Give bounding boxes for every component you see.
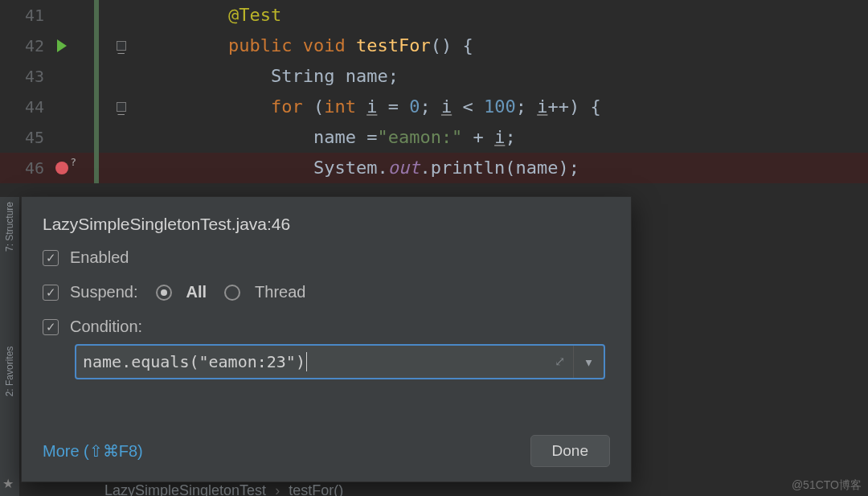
- more-link[interactable]: More (⇧⌘F8): [43, 441, 143, 461]
- breadcrumb-class[interactable]: LazySimpleSingletonTest: [104, 482, 266, 496]
- line-number: 43: [0, 61, 52, 92]
- code-line[interactable]: 45 name ="eamon:" + i;: [0, 122, 868, 153]
- suspend-all-radio[interactable]: [156, 285, 172, 301]
- tool-window-favorites[interactable]: 2: Favorites: [4, 346, 15, 397]
- enabled-label: Enabled: [70, 248, 129, 267]
- gutter-annotations: [52, 92, 94, 122]
- gutter-annotations[interactable]: ?: [52, 153, 94, 183]
- line-number: 46: [0, 153, 52, 183]
- done-button[interactable]: Done: [530, 435, 610, 467]
- fold-toggle-icon[interactable]: [117, 41, 126, 51]
- popup-title: LazySimpleSingletonTest.java:46: [43, 215, 610, 234]
- text-caret: [306, 352, 307, 371]
- watermark: @51CTO博客: [792, 478, 862, 493]
- favorites-star-icon[interactable]: ★: [2, 476, 14, 491]
- code-editor[interactable]: 41 @Test 42 public void testFor() { 43 S…: [0, 0, 868, 183]
- expand-icon[interactable]: ⤢: [555, 354, 565, 369]
- conditional-indicator-icon: ?: [70, 147, 76, 178]
- fold-gutter[interactable]: [99, 92, 143, 122]
- code-line[interactable]: 44 for (int i = 0; i < 100; i++) {: [0, 92, 868, 122]
- chevron-right-icon: ›: [275, 482, 280, 496]
- line-number: 42: [0, 31, 52, 61]
- fold-gutter[interactable]: [99, 31, 143, 61]
- condition-label: Condition:: [70, 318, 142, 336]
- run-icon[interactable]: [57, 39, 67, 52]
- suspend-thread-label: Thread: [255, 283, 305, 301]
- fold-toggle-icon[interactable]: [117, 102, 126, 112]
- line-number: 45: [0, 122, 52, 153]
- enabled-checkbox[interactable]: [43, 250, 59, 266]
- breadcrumb[interactable]: LazySimpleSingletonTest › testFor(): [104, 482, 343, 496]
- condition-input[interactable]: name.equals("eamon:23") ⤢ ▾: [75, 344, 605, 379]
- code-line[interactable]: 41 @Test: [0, 0, 868, 31]
- breakpoint-popup: LazySimpleSingletonTest.java:46 Enabled …: [21, 196, 632, 482]
- gutter-annotations[interactable]: [52, 31, 94, 61]
- fold-gutter: [99, 153, 143, 183]
- annotation: @Test: [228, 5, 281, 25]
- tool-window-strip: 7: Structure 2: Favorites: [0, 197, 20, 496]
- breakpoint-icon[interactable]: ?: [55, 162, 68, 174]
- fold-gutter: [99, 0, 143, 31]
- line-number: 41: [0, 0, 52, 31]
- code-line[interactable]: 43 String name;: [0, 61, 868, 92]
- gutter-annotations: [52, 0, 94, 31]
- breadcrumb-method[interactable]: testFor(): [289, 482, 343, 496]
- condition-checkbox[interactable]: [43, 319, 59, 335]
- condition-value: name.equals("eamon:23"): [83, 352, 305, 371]
- history-dropdown-icon[interactable]: ▾: [573, 346, 604, 378]
- suspend-thread-radio[interactable]: [224, 285, 240, 301]
- code-line-breakpoint[interactable]: 46 ? System.out.println(name);: [0, 153, 868, 183]
- suspend-checkbox[interactable]: [43, 285, 59, 301]
- gutter-annotations: [52, 61, 94, 92]
- code-line[interactable]: 42 public void testFor() {: [0, 31, 868, 61]
- suspend-label: Suspend:: [70, 283, 138, 301]
- suspend-all-label: All: [186, 283, 207, 301]
- line-number: 44: [0, 92, 52, 122]
- tool-window-structure[interactable]: 7: Structure: [4, 202, 15, 252]
